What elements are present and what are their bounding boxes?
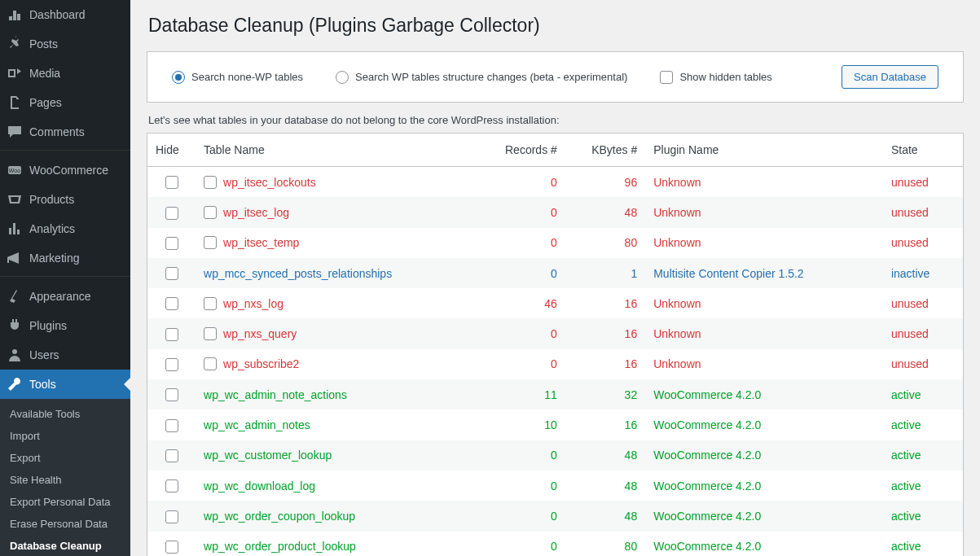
table-name[interactable]: wp_itsec_lockouts — [223, 176, 316, 189]
select-checkbox[interactable] — [204, 236, 217, 249]
select-checkbox[interactable] — [204, 297, 217, 310]
state-cell: inactive — [883, 258, 964, 288]
col-hide: Hide — [147, 134, 196, 167]
state-cell: unused — [883, 197, 964, 227]
sidebar-item-label: Media — [29, 67, 60, 80]
sidebar-item-media[interactable]: Media — [0, 59, 130, 88]
filter-search-nonwp[interactable]: Search none-WP tables — [172, 71, 303, 84]
sidebar-sub-export-personal-data[interactable]: Export Personal Data — [0, 491, 130, 513]
sidebar-item-analytics[interactable]: Analytics — [0, 214, 130, 243]
table-name[interactable]: wp_nxs_log — [223, 297, 283, 310]
kbytes-cell: 80 — [565, 532, 645, 556]
sidebar-sub-available-tools[interactable]: Available Tools — [0, 403, 130, 425]
table-name[interactable]: wp_wc_customer_lookup — [204, 449, 332, 462]
sidebar-item-appearance[interactable]: Appearance — [0, 282, 130, 311]
sidebar-item-label: Marketing — [29, 252, 79, 265]
sidebar-item-label: Pages — [29, 96, 62, 109]
tool-icon — [7, 376, 23, 392]
table-row: wp_wc_download_log048WooCommerce 4.2.0ac… — [147, 471, 964, 501]
sidebar-item-dashboard[interactable]: Dashboard — [0, 0, 130, 29]
filter-show-hidden[interactable]: Show hidden tables — [660, 71, 771, 84]
hide-checkbox[interactable] — [165, 449, 178, 462]
sidebar-item-users[interactable]: Users — [0, 340, 130, 370]
table-name[interactable]: wp_nxs_query — [223, 327, 297, 340]
sidebar-sub-import[interactable]: Import — [0, 425, 130, 447]
records-cell: 10 — [485, 409, 565, 440]
pin-icon — [7, 36, 23, 52]
sidebar-item-label: Comments — [29, 125, 85, 138]
table-row: wp_wc_admin_note_actions1132WooCommerce … — [147, 379, 964, 409]
table-name[interactable]: wp_wc_admin_note_actions — [204, 388, 347, 401]
hide-checkbox[interactable] — [165, 510, 178, 523]
select-checkbox[interactable] — [204, 327, 217, 340]
product-icon — [7, 191, 23, 208]
records-cell: 0 — [485, 349, 565, 379]
hide-checkbox[interactable] — [165, 237, 178, 250]
sidebar-item-label: WooCommerce — [29, 164, 108, 177]
sidebar-item-label: Analytics — [29, 222, 75, 235]
hide-checkbox[interactable] — [165, 297, 178, 310]
col-plugin: Plugin Name — [645, 134, 883, 167]
table-row: wp_wc_admin_notes1016WooCommerce 4.2.0ac… — [147, 409, 964, 440]
plugin-cell: Unknown — [645, 167, 883, 198]
sidebar-sub-export[interactable]: Export — [0, 447, 130, 469]
sidebar-item-tools[interactable]: Tools — [0, 370, 130, 399]
sidebar-item-posts[interactable]: Posts — [0, 29, 130, 59]
records-cell: 11 — [485, 379, 565, 409]
select-checkbox[interactable] — [204, 206, 217, 219]
state-cell: unused — [883, 318, 964, 348]
hide-checkbox[interactable] — [165, 176, 178, 189]
sidebar-sub-erase-personal-data[interactable]: Erase Personal Data — [0, 513, 130, 535]
select-checkbox[interactable] — [204, 176, 217, 189]
state-cell: unused — [883, 288, 964, 318]
kbytes-cell: 80 — [565, 228, 645, 258]
hide-checkbox[interactable] — [165, 358, 178, 371]
sidebar-item-comments[interactable]: Comments — [0, 117, 130, 147]
hide-checkbox[interactable] — [165, 267, 178, 280]
table-name[interactable]: wp_mcc_synced_posts_relationships — [204, 267, 392, 280]
sidebar-item-marketing[interactable]: Marketing — [0, 243, 130, 273]
hide-checkbox[interactable] — [165, 479, 178, 493]
table-name[interactable]: wp_wc_order_coupon_lookup — [204, 510, 355, 523]
filter-label: Search none-WP tables — [191, 71, 303, 83]
records-cell: 0 — [485, 471, 565, 501]
records-cell: 46 — [485, 288, 565, 318]
radio-icon — [336, 71, 349, 84]
comment-icon — [7, 124, 23, 140]
state-cell: unused — [883, 349, 964, 379]
main-content: Database Cleanup (Plugins Garbage Collec… — [130, 0, 980, 556]
kbytes-cell: 96 — [565, 167, 645, 198]
sidebar-item-products[interactable]: Products — [0, 185, 130, 214]
plugin-cell: WooCommerce 4.2.0 — [645, 501, 883, 531]
hide-checkbox[interactable] — [165, 541, 178, 554]
plugin-cell: Unknown — [645, 288, 883, 318]
hide-checkbox[interactable] — [165, 388, 178, 401]
hide-checkbox[interactable] — [165, 328, 178, 341]
select-checkbox[interactable] — [204, 357, 217, 370]
sidebar-item-pages[interactable]: Pages — [0, 88, 130, 117]
table-name[interactable]: wp_wc_order_product_lookup — [204, 540, 356, 553]
table-row: wp_wc_order_product_lookup080WooCommerce… — [147, 532, 964, 556]
plugin-cell: Unknown — [645, 228, 883, 258]
table-row: wp_nxs_log4616Unknownunused — [147, 288, 964, 318]
filter-label: Show hidden tables — [679, 71, 771, 83]
table-name[interactable]: wp_wc_admin_notes — [204, 418, 310, 431]
table-name[interactable]: wp_wc_download_log — [204, 479, 315, 493]
sidebar-item-label: Posts — [29, 37, 58, 50]
filter-bar: Search none-WP tables Search WP tables s… — [147, 51, 964, 103]
table-name[interactable]: wp_subscribe2 — [223, 357, 299, 370]
kbytes-cell: 16 — [565, 349, 645, 379]
sidebar-item-woocommerce[interactable]: WooWooCommerce — [0, 155, 130, 185]
sidebar-sub-site-health[interactable]: Site Health — [0, 469, 130, 491]
filter-search-wp-struct[interactable]: Search WP tables structure changes (beta… — [336, 71, 627, 84]
records-cell: 0 — [485, 318, 565, 348]
hide-checkbox[interactable] — [165, 207, 178, 220]
hide-checkbox[interactable] — [165, 419, 178, 432]
table-name[interactable]: wp_itsec_temp — [223, 236, 299, 249]
table-name[interactable]: wp_itsec_log — [223, 206, 289, 219]
filter-label: Search WP tables structure changes (beta… — [355, 71, 627, 83]
scan-database-button[interactable]: Scan Database — [842, 65, 938, 89]
col-records: Records # — [485, 134, 565, 167]
sidebar-item-plugins[interactable]: Plugins — [0, 311, 130, 340]
sidebar-sub-database-cleanup[interactable]: Database Cleanup — [0, 535, 130, 556]
